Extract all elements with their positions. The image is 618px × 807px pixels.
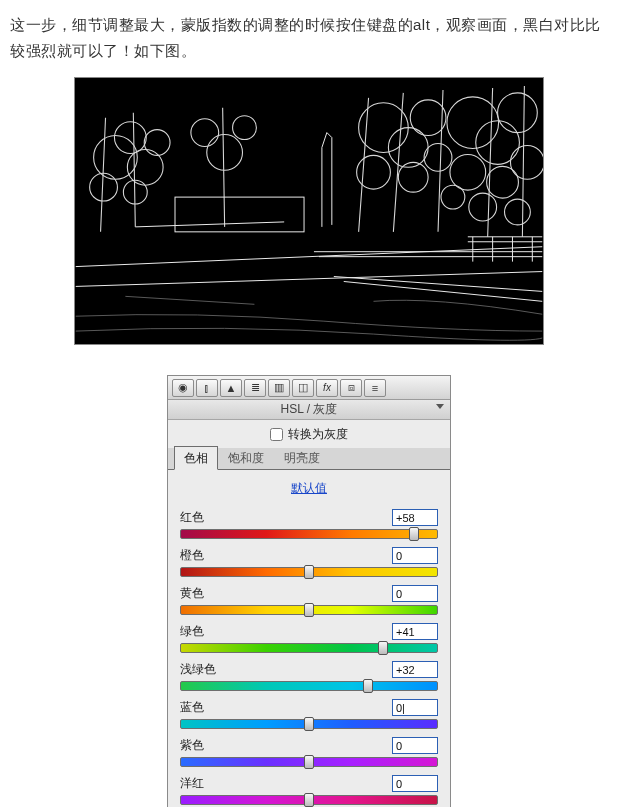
slider-label: 橙色 <box>180 547 204 564</box>
split-icon[interactable]: ▥ <box>268 379 290 397</box>
slider-label: 洋红 <box>180 775 204 792</box>
default-link-row: 默认值 <box>180 480 438 497</box>
expand-icon[interactable] <box>436 404 444 409</box>
slider-value-input[interactable] <box>392 775 438 792</box>
default-link[interactable]: 默认值 <box>291 481 327 495</box>
slider-label: 浅绿色 <box>180 661 216 678</box>
slider-value-input[interactable] <box>392 585 438 602</box>
slider-thumb[interactable] <box>304 603 314 617</box>
grayscale-label: 转换为灰度 <box>288 426 348 443</box>
slider-value-input[interactable] <box>392 699 438 716</box>
slider-label: 紫色 <box>180 737 204 754</box>
slider-label: 黄色 <box>180 585 204 602</box>
slider-thumb[interactable] <box>409 527 419 541</box>
slider-track[interactable] <box>180 681 438 691</box>
slider-value-input[interactable] <box>392 547 438 564</box>
slider-thumb[interactable] <box>304 717 314 731</box>
camera-icon[interactable]: ⧇ <box>340 379 362 397</box>
toolbar: ◉ ⫿ ▲ ≣ ▥ ◫ fx ⧇ ≡ <box>168 376 450 400</box>
grayscale-checkbox[interactable] <box>270 428 283 441</box>
svg-rect-0 <box>76 78 542 344</box>
slider-row: 蓝色 <box>180 699 438 729</box>
slider-row: 红色 <box>180 509 438 539</box>
slider-track[interactable] <box>180 643 438 653</box>
slider-value-input[interactable] <box>392 623 438 640</box>
lines-icon[interactable]: ≣ <box>244 379 266 397</box>
panel-title-bar: HSL / 灰度 <box>168 400 450 420</box>
slider-row: 洋红 <box>180 775 438 805</box>
edge-preview-image <box>74 77 544 345</box>
slider-value-input[interactable] <box>392 509 438 526</box>
slider-thumb[interactable] <box>304 565 314 579</box>
slider-value-input[interactable] <box>392 661 438 678</box>
slider-thumb[interactable] <box>304 755 314 769</box>
aperture-icon[interactable]: ◉ <box>172 379 194 397</box>
slider-row: 橙色 <box>180 547 438 577</box>
histogram-icon[interactable]: ⫿ <box>196 379 218 397</box>
crop-icon[interactable]: ◫ <box>292 379 314 397</box>
slider-track[interactable] <box>180 719 438 729</box>
panel-title: HSL / 灰度 <box>281 401 338 418</box>
slider-row: 绿色 <box>180 623 438 653</box>
slider-thumb[interactable] <box>304 793 314 807</box>
panel-body: 默认值 红色橙色黄色绿色浅绿色蓝色紫色洋红 <box>168 470 450 807</box>
slider-track[interactable] <box>180 795 438 805</box>
tab-saturation[interactable]: 饱和度 <box>218 446 274 470</box>
sliders-icon[interactable]: ≡ <box>364 379 386 397</box>
intro-text: 这一步，细节调整最大，蒙版指数的调整的时候按住键盘的alt，观察画面，黑白对比比… <box>10 12 608 63</box>
slider-row: 紫色 <box>180 737 438 767</box>
slider-value-input[interactable] <box>392 737 438 754</box>
slider-track[interactable] <box>180 605 438 615</box>
tab-luminance[interactable]: 明亮度 <box>274 446 330 470</box>
slider-label: 蓝色 <box>180 699 204 716</box>
tab-hue[interactable]: 色相 <box>174 446 218 470</box>
hsl-panel: ◉ ⫿ ▲ ≣ ▥ ◫ fx ⧇ ≡ HSL / 灰度 转换为灰度 色相 饱和度… <box>167 375 451 807</box>
tabs: 色相 饱和度 明亮度 <box>168 448 450 470</box>
slider-track[interactable] <box>180 529 438 539</box>
edge-preview-svg <box>75 78 543 344</box>
slider-label: 绿色 <box>180 623 204 640</box>
triangle-icon[interactable]: ▲ <box>220 379 242 397</box>
fx-icon[interactable]: fx <box>316 379 338 397</box>
slider-thumb[interactable] <box>363 679 373 693</box>
slider-track[interactable] <box>180 567 438 577</box>
slider-row: 黄色 <box>180 585 438 615</box>
slider-thumb[interactable] <box>378 641 388 655</box>
grayscale-row: 转换为灰度 <box>168 420 450 448</box>
slider-track[interactable] <box>180 757 438 767</box>
slider-row: 浅绿色 <box>180 661 438 691</box>
slider-label: 红色 <box>180 509 204 526</box>
